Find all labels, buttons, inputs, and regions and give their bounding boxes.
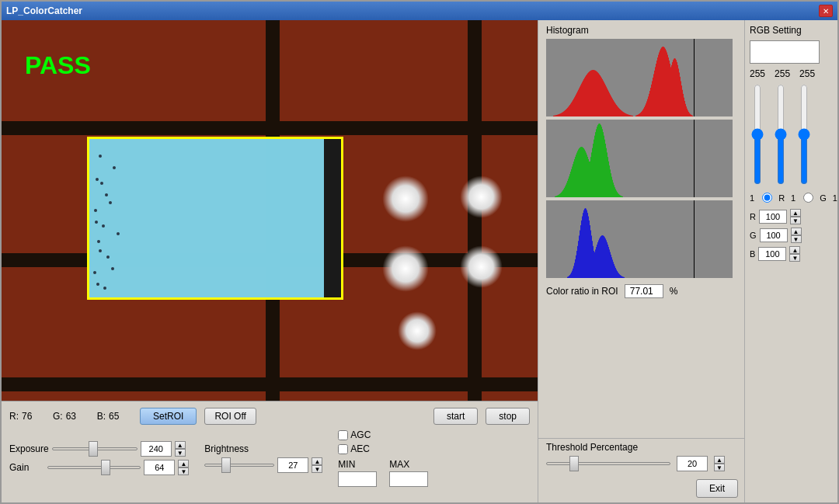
b-label: B: xyxy=(97,411,106,422)
brightness-label: Brightness xyxy=(204,443,249,454)
dot15 xyxy=(99,249,102,252)
exposure-row: Exposure ▲ ▼ xyxy=(9,441,189,457)
r-value: 76 xyxy=(22,411,45,422)
b-slider-col xyxy=(796,84,812,185)
color-ratio-row: Color ratio in ROI 77.01 % xyxy=(546,284,736,298)
g-number-item: G ▲ ▼ xyxy=(750,228,833,243)
g-vslider[interactable] xyxy=(773,84,789,185)
aec-label: AEC xyxy=(350,443,370,454)
min-group: MIN xyxy=(338,459,377,487)
b-number-input[interactable] xyxy=(758,247,786,261)
r-radio-label: R xyxy=(778,193,785,203)
g-slider-col xyxy=(773,84,789,185)
b-vslider[interactable] xyxy=(796,84,812,185)
blue-histogram xyxy=(546,200,733,278)
dot13 xyxy=(95,221,98,224)
r-radio[interactable] xyxy=(762,193,772,203)
gain-input[interactable] xyxy=(144,460,175,475)
brightness-slider[interactable] xyxy=(204,464,274,467)
g-number-up[interactable]: ▲ xyxy=(791,228,802,235)
r-number-down[interactable]: ▼ xyxy=(790,217,801,224)
titlebar: LP_ColorCatcher ✕ xyxy=(2,2,837,20)
exposure-spin: ▲ ▼ xyxy=(175,441,186,457)
g-gain-val: 1 xyxy=(791,193,795,203)
brightness-up-btn[interactable]: ▲ xyxy=(312,457,322,465)
rgb-number-row: R ▲ ▼ G ▲ ▼ B xyxy=(750,209,833,262)
b-val: 255 xyxy=(799,68,815,79)
dot5 xyxy=(102,224,105,228)
b-number-spin: ▲ ▼ xyxy=(789,246,800,262)
agc-checkbox[interactable] xyxy=(338,430,348,440)
b-number-down[interactable]: ▼ xyxy=(789,254,800,262)
threshold-down-btn[interactable]: ▼ xyxy=(714,464,725,471)
color-ratio-label: Color ratio in ROI xyxy=(546,286,618,297)
dot11 xyxy=(100,182,103,185)
blue-vert-line xyxy=(694,200,695,278)
gain-down-btn[interactable]: ▼ xyxy=(178,468,189,475)
brightness-down-btn[interactable]: ▼ xyxy=(312,465,322,473)
r-number-input[interactable] xyxy=(759,210,787,224)
aec-checkbox[interactable] xyxy=(338,444,348,454)
agc-group: AGC xyxy=(338,429,428,440)
set-roi-button[interactable]: SetROI xyxy=(140,408,197,425)
green-histogram xyxy=(546,120,733,197)
g-number-input[interactable] xyxy=(760,228,788,242)
threshold-slider[interactable] xyxy=(546,462,670,465)
r-number-up[interactable]: ▲ xyxy=(790,209,801,217)
g-radio-label: G xyxy=(820,193,827,203)
gain-spin: ▲ ▼ xyxy=(178,460,189,475)
histogram-section: Histogram Color ratio xyxy=(538,20,744,438)
brightness-group: Brightness ▲ ▼ xyxy=(204,443,322,473)
g-value: 63 xyxy=(66,411,89,422)
g-number-spin: ▲ ▼ xyxy=(791,228,802,243)
dot1 xyxy=(99,155,102,158)
color-ratio-value: 77.01 xyxy=(625,284,663,298)
dot12 xyxy=(109,201,112,204)
exposure-gain-area: Exposure ▲ ▼ Gain xyxy=(9,441,189,475)
green-vert-line xyxy=(694,120,695,197)
dot17 xyxy=(96,283,99,286)
rgb-title: RGB Setting xyxy=(750,25,833,36)
dot16 xyxy=(111,267,114,270)
agc-aec-area: AGC AEC MIN MAX xyxy=(338,429,428,487)
g-number-label: G xyxy=(750,231,757,240)
min-input[interactable] xyxy=(338,471,377,487)
window-title: LP_ColorCatcher xyxy=(6,5,82,16)
max-input[interactable] xyxy=(389,471,428,487)
dot3 xyxy=(105,193,108,196)
gain-label: Gain xyxy=(9,462,29,473)
close-button[interactable]: ✕ xyxy=(819,5,833,17)
exit-button[interactable]: Exit xyxy=(696,479,738,498)
gain-slider[interactable] xyxy=(47,466,141,469)
r-label: R: xyxy=(9,411,19,422)
main-content: PASS xyxy=(2,20,837,502)
exposure-up-btn[interactable]: ▲ xyxy=(175,441,186,449)
brightness-spin: ▲ ▼ xyxy=(312,457,322,473)
gain-up-btn[interactable]: ▲ xyxy=(178,460,189,468)
camera-view: PASS xyxy=(2,20,538,401)
exposure-down-btn[interactable]: ▼ xyxy=(175,449,186,457)
roi-off-button[interactable]: ROI Off xyxy=(204,408,256,425)
controls-row1: R: 76 G: 63 B: 65 SetROI ROI Off start xyxy=(9,408,530,425)
g-group: G: 63 xyxy=(53,411,89,422)
controls-bar: R: 76 G: 63 B: 65 SetROI ROI Off start xyxy=(2,401,538,493)
brightness-input[interactable] xyxy=(277,457,308,473)
bright-spot4 xyxy=(460,245,503,288)
b-number-up[interactable]: ▲ xyxy=(789,246,800,254)
g-number-down[interactable]: ▼ xyxy=(791,235,802,243)
stop-button[interactable]: stop xyxy=(486,408,530,425)
r-gain-val: 1 xyxy=(750,193,754,203)
threshold-input[interactable] xyxy=(677,456,708,471)
bright-spot2 xyxy=(460,176,503,218)
histogram-title: Histogram xyxy=(546,25,736,36)
g-radio[interactable] xyxy=(803,193,813,203)
threshold-up-btn[interactable]: ▲ xyxy=(714,456,725,464)
right-panel: Histogram Color ratio xyxy=(538,20,744,502)
exposure-slider[interactable] xyxy=(52,447,138,450)
b-group: B: 65 xyxy=(97,411,132,422)
exposure-input[interactable] xyxy=(141,441,172,457)
start-button[interactable]: start xyxy=(433,408,478,425)
roi-rectangle xyxy=(87,137,343,300)
r-vslider[interactable] xyxy=(750,84,765,185)
rgb-radio-row: 1 R 1 G 1 B xyxy=(750,193,833,203)
